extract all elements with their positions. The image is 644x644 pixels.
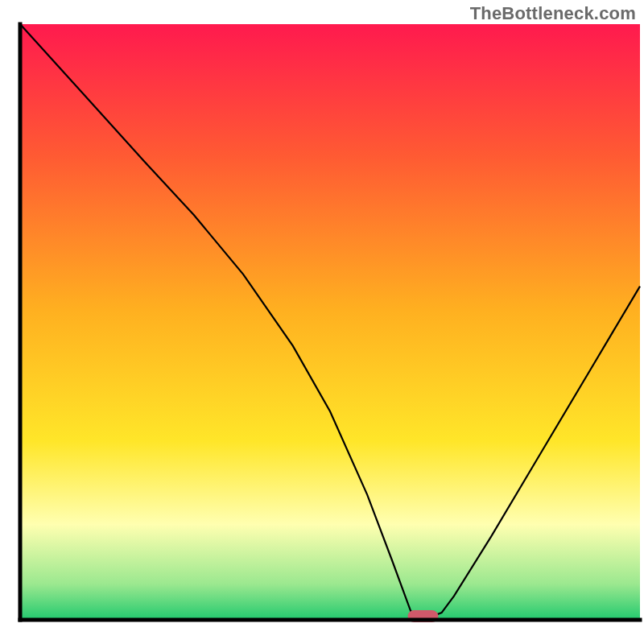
plot-area [20, 24, 640, 622]
chart-container: TheBottleneck.com [0, 0, 644, 644]
watermark-text: TheBottleneck.com [470, 3, 636, 24]
bottleneck-chart [0, 0, 644, 644]
gradient-background [20, 24, 640, 620]
